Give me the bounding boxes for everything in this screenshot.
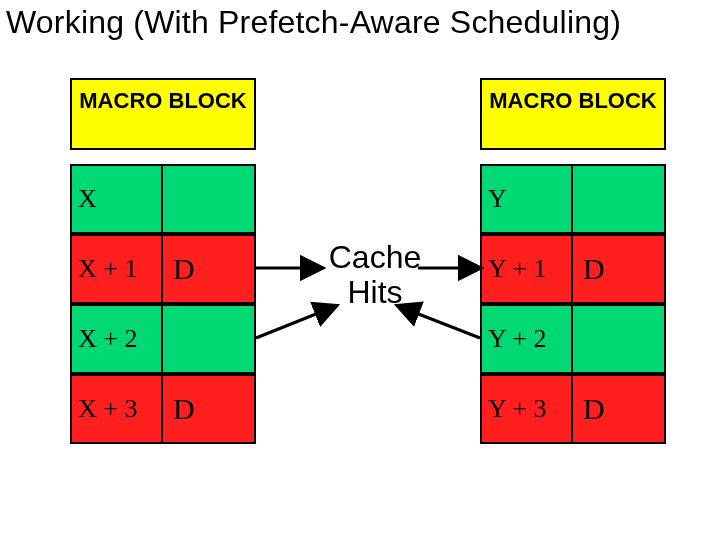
left-row-0: X xyxy=(70,164,256,234)
left-row-3-label: X + 3 xyxy=(72,376,163,442)
left-row-3: X + 3 D xyxy=(70,374,256,444)
left-row-1-label: X + 1 xyxy=(72,236,163,302)
right-row-2-label: Y + 2 xyxy=(482,306,573,372)
page-title: Working (With Prefetch-Aware Scheduling) xyxy=(0,4,720,41)
left-row-1: X + 1 D xyxy=(70,234,256,304)
right-row-3-label: Y + 3 xyxy=(482,376,573,442)
left-row-2: X + 2 xyxy=(70,304,256,374)
right-row-0-d xyxy=(573,166,664,232)
cache-hits-label: Cache Hits xyxy=(320,240,430,310)
left-row-2-label: X + 2 xyxy=(72,306,163,372)
arrow-left-2 xyxy=(256,306,336,338)
right-row-3: Y + 3 D xyxy=(480,374,666,444)
right-row-3-d: D xyxy=(573,376,664,442)
left-row-2-d xyxy=(163,306,254,372)
left-row-3-d: D xyxy=(163,376,254,442)
right-row-0-label: Y xyxy=(482,166,573,232)
arrow-right-2 xyxy=(398,306,480,338)
left-row-1-d: D xyxy=(163,236,254,302)
right-row-2: Y + 2 xyxy=(480,304,666,374)
left-row-0-d xyxy=(163,166,254,232)
right-row-1-d: D xyxy=(573,236,664,302)
macro-block-header-left: MACRO BLOCK xyxy=(70,78,256,150)
right-row-0: Y xyxy=(480,164,666,234)
right-row-2-d xyxy=(573,306,664,372)
right-row-1-label: Y + 1 xyxy=(482,236,573,302)
right-row-1: Y + 1 D xyxy=(480,234,666,304)
left-row-0-label: X xyxy=(72,166,163,232)
macro-block-header-right: MACRO BLOCK xyxy=(480,78,666,150)
